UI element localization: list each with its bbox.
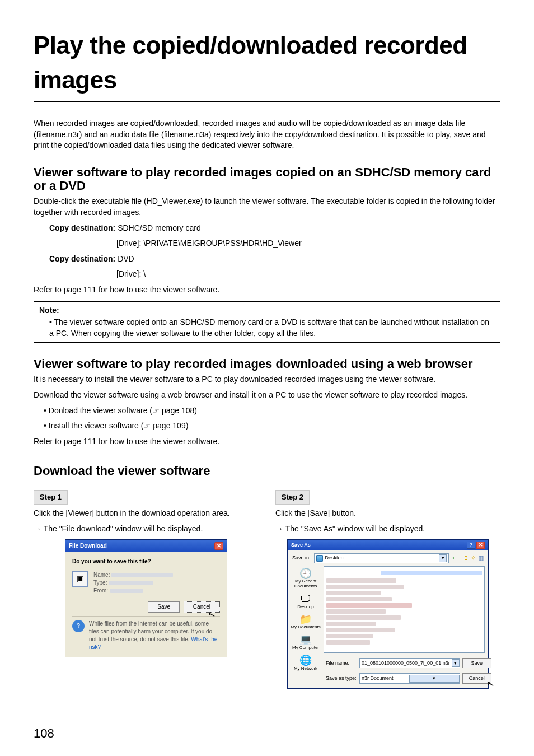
note-text: • The viewer software copied onto an SDH… xyxy=(39,317,495,339)
up-icon[interactable]: ↥ xyxy=(463,554,469,562)
step-1-column: Step 1 Click the [Viewer] button in the … xyxy=(34,490,259,689)
file-download-titlebar[interactable]: File Download ✕ xyxy=(65,540,227,552)
file-download-title: File Download xyxy=(69,542,107,550)
place-recent[interactable]: 🕘My Recent Documents xyxy=(288,567,324,592)
section-2-bullet-1: • Donload the viewer software (☞ page 10… xyxy=(34,405,500,417)
savetype-field[interactable]: n3r Document ▾ xyxy=(359,673,460,684)
list-item[interactable] xyxy=(326,628,395,632)
save-button[interactable]: Save xyxy=(148,601,180,613)
savetype-value: n3r Document xyxy=(360,674,409,683)
save-in-label: Save in: xyxy=(292,554,311,562)
place-mydocs[interactable]: 📁My Documents xyxy=(288,613,324,634)
place-mynet-label: My Network xyxy=(294,666,317,671)
save-in-value: Desktop xyxy=(325,554,437,562)
place-mycomp-label: My Computer xyxy=(292,645,319,650)
close-icon[interactable]: ✕ xyxy=(214,542,223,550)
cancel-label: Cancel xyxy=(469,675,485,681)
copy-dest-2-path: [Drive]: \ xyxy=(34,269,500,280)
list-item[interactable] xyxy=(326,578,396,583)
place-desktop-label: Desktop xyxy=(297,604,313,609)
desktop-icon xyxy=(316,555,323,562)
place-mynet[interactable]: 🌐My Network xyxy=(288,655,324,671)
file-download-buttons: Save Cancel ↖ xyxy=(72,601,220,613)
filename-label: File name: xyxy=(326,660,357,667)
list-item[interactable] xyxy=(326,609,386,614)
save-as-title-buttons: ? ✕ xyxy=(467,542,485,549)
step-1-label: Step 1 xyxy=(34,490,68,505)
list-item[interactable] xyxy=(326,591,381,595)
list-item[interactable] xyxy=(326,622,376,626)
chevron-down-icon[interactable]: ▾ xyxy=(452,659,460,667)
save-as-titlebar[interactable]: Save As ? ✕ xyxy=(288,540,488,550)
list-item[interactable] xyxy=(326,597,392,601)
save-in-dropdown[interactable]: Desktop ▾ xyxy=(314,553,449,563)
list-item[interactable] xyxy=(326,585,404,589)
save-as-main: 🕘My Recent Documents 🖵Desktop 📁My Docume… xyxy=(288,566,488,655)
section-3-heading: Download the viewer software xyxy=(34,463,500,480)
page-title: Play the copied/downloaded recorded imag… xyxy=(34,28,500,97)
section-2-p2: Download the viewer software using a web… xyxy=(34,390,500,401)
meta-type-label: Type: xyxy=(93,580,107,586)
copy-dest-1-path: [Drive]: \PRIVATE\MEIGROUP\PSS\HDR\HD_Vi… xyxy=(34,238,500,249)
selected-file[interactable] xyxy=(381,571,482,575)
section-2-p1: It is necessary to install the viewer so… xyxy=(34,374,500,385)
chevron-down-icon[interactable]: ▾ xyxy=(439,554,447,562)
file-download-body: Do you want to save this file? ▣ Name: T… xyxy=(65,552,227,657)
step-1-result: The "File download" window will be displ… xyxy=(34,524,259,535)
file-download-meta: Name: Type: From: xyxy=(93,571,173,595)
file-download-warning-text: While files from the Internet can be use… xyxy=(89,620,220,651)
help-icon[interactable]: ? xyxy=(467,542,475,549)
list-item[interactable] xyxy=(326,640,370,645)
file-download-dialog: File Download ✕ Do you want to save this… xyxy=(65,539,227,657)
savetype-label: Save as type: xyxy=(326,675,357,682)
place-desktop[interactable]: 🖵Desktop xyxy=(288,592,324,613)
meta-from-value xyxy=(110,589,143,593)
step-2-text: Click the [Save] button. xyxy=(275,508,500,519)
list-item[interactable] xyxy=(326,603,412,608)
copy-dest-2: Copy destination: DVD xyxy=(34,254,500,265)
file-download-warning: ? While files from the Internet can be u… xyxy=(72,616,220,651)
intro-paragraph: When recorded images are copied/download… xyxy=(34,118,500,151)
back-icon[interactable]: ⟵ xyxy=(452,554,461,562)
close-icon[interactable]: ✕ xyxy=(476,542,485,549)
save-as-toolbar: Save in: Desktop ▾ ⟵ ↥ ✧ ▥ xyxy=(288,550,488,566)
cancel-button[interactable]: Cancel ↖ xyxy=(462,673,491,684)
file-list[interactable] xyxy=(324,566,485,653)
list-item[interactable] xyxy=(326,634,373,638)
step-2-result: The "Save As" window will be displayed. xyxy=(275,524,500,535)
meta-name-value xyxy=(111,573,173,577)
copy-dest-1-value: SDHC/SD memory card xyxy=(118,223,201,232)
views-icon[interactable]: ▥ xyxy=(478,554,484,562)
save-as-bottom: 🌐My Network File name: 01_080101000000_0… xyxy=(288,655,488,688)
meta-name-label: Name: xyxy=(93,572,110,578)
meta-from-label: From: xyxy=(93,587,108,594)
copy-dest-1-label: Copy destination: xyxy=(49,223,118,232)
place-mydocs-label: My Documents xyxy=(291,624,320,629)
list-item[interactable] xyxy=(326,615,401,620)
section-2-ref: Refer to page 111 for how to use the vie… xyxy=(34,436,500,447)
steps-columns: Step 1 Click the [Viewer] button in the … xyxy=(34,490,500,689)
file-download-info: ▣ Name: Type: From: xyxy=(72,571,220,595)
places-bar: 🕘My Recent Documents 🖵Desktop 📁My Docume… xyxy=(288,566,324,655)
step-1-text: Click the [Viewer] button in the downloa… xyxy=(34,508,259,519)
shield-icon: ? xyxy=(72,620,85,632)
save-as-tool-icons: ⟵ ↥ ✧ ▥ xyxy=(452,554,484,562)
title-rule xyxy=(34,101,500,102)
new-folder-icon[interactable]: ✧ xyxy=(471,554,476,562)
save-as-dialog: Save As ? ✕ Save in: Desktop ▾ ⟵ ↥ ✧ ▥ xyxy=(287,539,489,689)
note-label: Note: xyxy=(39,305,495,316)
section-1-p1: Double-click the executable file (HD_Vie… xyxy=(34,196,500,218)
file-icon: ▣ xyxy=(72,571,88,587)
chevron-down-icon[interactable]: ▾ xyxy=(409,675,460,683)
copy-dest-1: Copy destination: SDHC/SD memory card xyxy=(34,223,500,234)
save-button[interactable]: Save xyxy=(462,658,491,669)
section-2-heading: Viewer software to play recorded images … xyxy=(34,357,500,371)
meta-type-value xyxy=(109,581,153,585)
cursor-icon: ↖ xyxy=(485,676,495,690)
place-mycomp[interactable]: 💻My Computer xyxy=(288,633,324,654)
section-1-heading: Viewer software to play recorded images … xyxy=(34,166,500,193)
filename-field[interactable]: 01_080101000000_0500_7l_00_01.n3r ▾ xyxy=(359,658,460,669)
step-2-column: Step 2 Click the [Save] button. The "Sav… xyxy=(275,490,500,689)
save-as-title: Save As xyxy=(291,542,311,549)
copy-dest-2-value: DVD xyxy=(118,254,134,263)
